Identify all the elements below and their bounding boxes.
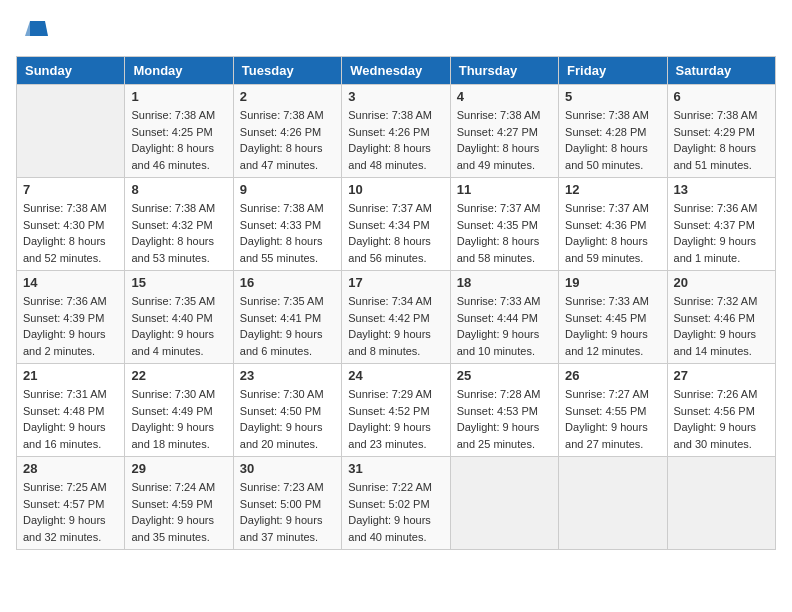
calendar-cell: 31 Sunrise: 7:22 AM Sunset: 5:02 PM Dayl… <box>342 457 450 550</box>
day-number: 24 <box>348 368 443 383</box>
day-number: 31 <box>348 461 443 476</box>
calendar-cell: 27 Sunrise: 7:26 AM Sunset: 4:56 PM Dayl… <box>667 364 775 457</box>
day-number: 2 <box>240 89 335 104</box>
calendar-cell: 19 Sunrise: 7:33 AM Sunset: 4:45 PM Dayl… <box>559 271 667 364</box>
day-number: 6 <box>674 89 769 104</box>
daylight-hours: Daylight: 9 hours and 8 minutes. <box>348 328 431 357</box>
daylight-hours: Daylight: 8 hours and 51 minutes. <box>674 142 757 171</box>
day-info: Sunrise: 7:25 AM Sunset: 4:57 PM Dayligh… <box>23 479 118 545</box>
day-number: 10 <box>348 182 443 197</box>
sunrise-time: Sunrise: 7:37 AM <box>457 202 541 214</box>
calendar-cell: 3 Sunrise: 7:38 AM Sunset: 4:26 PM Dayli… <box>342 85 450 178</box>
daylight-hours: Daylight: 9 hours and 23 minutes. <box>348 421 431 450</box>
sunset-time: Sunset: 4:45 PM <box>565 312 646 324</box>
sunset-time: Sunset: 4:28 PM <box>565 126 646 138</box>
day-number: 28 <box>23 461 118 476</box>
sunrise-time: Sunrise: 7:32 AM <box>674 295 758 307</box>
calendar-cell: 26 Sunrise: 7:27 AM Sunset: 4:55 PM Dayl… <box>559 364 667 457</box>
sunset-time: Sunset: 4:25 PM <box>131 126 212 138</box>
sunset-time: Sunset: 4:37 PM <box>674 219 755 231</box>
sunrise-time: Sunrise: 7:33 AM <box>565 295 649 307</box>
daylight-hours: Daylight: 8 hours and 53 minutes. <box>131 235 214 264</box>
daylight-hours: Daylight: 8 hours and 50 minutes. <box>565 142 648 171</box>
daylight-hours: Daylight: 8 hours and 52 minutes. <box>23 235 106 264</box>
daylight-hours: Daylight: 8 hours and 58 minutes. <box>457 235 540 264</box>
sunset-time: Sunset: 4:34 PM <box>348 219 429 231</box>
sunrise-time: Sunrise: 7:38 AM <box>131 202 215 214</box>
page-header <box>16 16 776 46</box>
calendar-table: SundayMondayTuesdayWednesdayThursdayFrid… <box>16 56 776 550</box>
day-info: Sunrise: 7:38 AM Sunset: 4:33 PM Dayligh… <box>240 200 335 266</box>
calendar-cell: 15 Sunrise: 7:35 AM Sunset: 4:40 PM Dayl… <box>125 271 233 364</box>
sunset-time: Sunset: 4:26 PM <box>348 126 429 138</box>
day-info: Sunrise: 7:32 AM Sunset: 4:46 PM Dayligh… <box>674 293 769 359</box>
daylight-hours: Daylight: 9 hours and 16 minutes. <box>23 421 106 450</box>
day-info: Sunrise: 7:35 AM Sunset: 4:41 PM Dayligh… <box>240 293 335 359</box>
sunset-time: Sunset: 4:56 PM <box>674 405 755 417</box>
sunset-time: Sunset: 4:55 PM <box>565 405 646 417</box>
day-number: 17 <box>348 275 443 290</box>
sunset-time: Sunset: 4:39 PM <box>23 312 104 324</box>
day-info: Sunrise: 7:38 AM Sunset: 4:27 PM Dayligh… <box>457 107 552 173</box>
sunrise-time: Sunrise: 7:27 AM <box>565 388 649 400</box>
sunset-time: Sunset: 4:49 PM <box>131 405 212 417</box>
sunrise-time: Sunrise: 7:23 AM <box>240 481 324 493</box>
calendar-cell: 5 Sunrise: 7:38 AM Sunset: 4:28 PM Dayli… <box>559 85 667 178</box>
calendar-week-row: 21 Sunrise: 7:31 AM Sunset: 4:48 PM Dayl… <box>17 364 776 457</box>
calendar-cell <box>450 457 558 550</box>
sunrise-time: Sunrise: 7:38 AM <box>240 109 324 121</box>
calendar-cell <box>17 85 125 178</box>
day-info: Sunrise: 7:33 AM Sunset: 4:45 PM Dayligh… <box>565 293 660 359</box>
sunrise-time: Sunrise: 7:22 AM <box>348 481 432 493</box>
sunrise-time: Sunrise: 7:38 AM <box>240 202 324 214</box>
day-info: Sunrise: 7:27 AM Sunset: 4:55 PM Dayligh… <box>565 386 660 452</box>
day-info: Sunrise: 7:33 AM Sunset: 4:44 PM Dayligh… <box>457 293 552 359</box>
sunrise-time: Sunrise: 7:25 AM <box>23 481 107 493</box>
calendar-cell: 22 Sunrise: 7:30 AM Sunset: 4:49 PM Dayl… <box>125 364 233 457</box>
day-number: 7 <box>23 182 118 197</box>
sunset-time: Sunset: 4:46 PM <box>674 312 755 324</box>
calendar-cell: 14 Sunrise: 7:36 AM Sunset: 4:39 PM Dayl… <box>17 271 125 364</box>
sunset-time: Sunset: 4:53 PM <box>457 405 538 417</box>
sunset-time: Sunset: 4:59 PM <box>131 498 212 510</box>
sunrise-time: Sunrise: 7:38 AM <box>674 109 758 121</box>
daylight-hours: Daylight: 8 hours and 56 minutes. <box>348 235 431 264</box>
day-info: Sunrise: 7:36 AM Sunset: 4:37 PM Dayligh… <box>674 200 769 266</box>
sunset-time: Sunset: 4:26 PM <box>240 126 321 138</box>
sunset-time: Sunset: 4:36 PM <box>565 219 646 231</box>
day-number: 30 <box>240 461 335 476</box>
calendar-cell: 1 Sunrise: 7:38 AM Sunset: 4:25 PM Dayli… <box>125 85 233 178</box>
weekday-header-thursday: Thursday <box>450 57 558 85</box>
daylight-hours: Daylight: 9 hours and 35 minutes. <box>131 514 214 543</box>
day-number: 12 <box>565 182 660 197</box>
daylight-hours: Daylight: 8 hours and 46 minutes. <box>131 142 214 171</box>
calendar-cell: 11 Sunrise: 7:37 AM Sunset: 4:35 PM Dayl… <box>450 178 558 271</box>
sunset-time: Sunset: 4:35 PM <box>457 219 538 231</box>
sunset-time: Sunset: 4:50 PM <box>240 405 321 417</box>
calendar-cell: 7 Sunrise: 7:38 AM Sunset: 4:30 PM Dayli… <box>17 178 125 271</box>
sunrise-time: Sunrise: 7:28 AM <box>457 388 541 400</box>
calendar-cell: 6 Sunrise: 7:38 AM Sunset: 4:29 PM Dayli… <box>667 85 775 178</box>
calendar-cell: 13 Sunrise: 7:36 AM Sunset: 4:37 PM Dayl… <box>667 178 775 271</box>
sunset-time: Sunset: 4:57 PM <box>23 498 104 510</box>
daylight-hours: Daylight: 9 hours and 10 minutes. <box>457 328 540 357</box>
sunrise-time: Sunrise: 7:37 AM <box>565 202 649 214</box>
day-number: 1 <box>131 89 226 104</box>
calendar-week-row: 28 Sunrise: 7:25 AM Sunset: 4:57 PM Dayl… <box>17 457 776 550</box>
day-number: 19 <box>565 275 660 290</box>
sunset-time: Sunset: 4:29 PM <box>674 126 755 138</box>
calendar-cell: 4 Sunrise: 7:38 AM Sunset: 4:27 PM Dayli… <box>450 85 558 178</box>
calendar-cell: 8 Sunrise: 7:38 AM Sunset: 4:32 PM Dayli… <box>125 178 233 271</box>
sunrise-time: Sunrise: 7:35 AM <box>131 295 215 307</box>
sunset-time: Sunset: 4:41 PM <box>240 312 321 324</box>
day-number: 22 <box>131 368 226 383</box>
day-number: 3 <box>348 89 443 104</box>
day-number: 13 <box>674 182 769 197</box>
day-info: Sunrise: 7:28 AM Sunset: 4:53 PM Dayligh… <box>457 386 552 452</box>
sunrise-time: Sunrise: 7:29 AM <box>348 388 432 400</box>
calendar-cell <box>667 457 775 550</box>
day-info: Sunrise: 7:30 AM Sunset: 4:49 PM Dayligh… <box>131 386 226 452</box>
calendar-cell: 21 Sunrise: 7:31 AM Sunset: 4:48 PM Dayl… <box>17 364 125 457</box>
daylight-hours: Daylight: 9 hours and 30 minutes. <box>674 421 757 450</box>
daylight-hours: Daylight: 9 hours and 32 minutes. <box>23 514 106 543</box>
